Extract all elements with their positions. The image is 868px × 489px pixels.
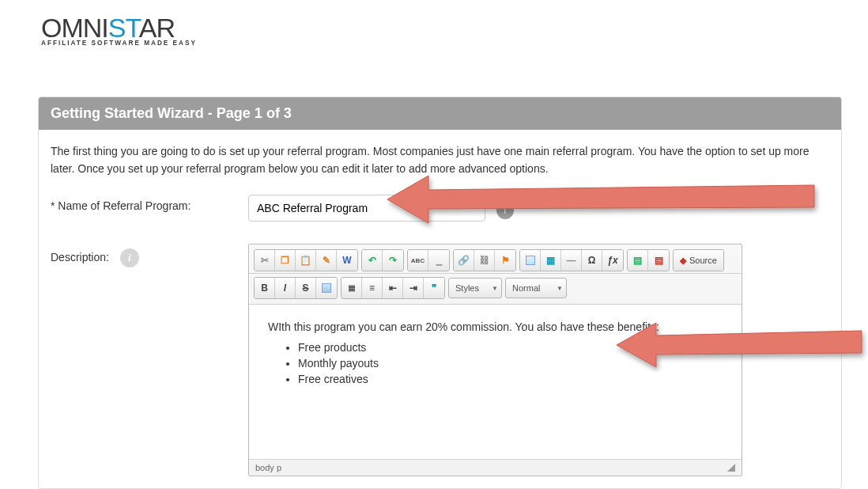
source-button[interactable]: ◆ Source — [674, 250, 723, 271]
tb-group-colors: ▤ ▤ — [627, 249, 670, 271]
copy-icon[interactable]: ❐ — [275, 250, 296, 271]
list-item: Monthly payouts — [298, 357, 723, 370]
unlink-icon[interactable]: ⛓ — [474, 250, 495, 271]
outdent-button[interactable]: ⇤ — [383, 278, 403, 298]
specialchar-icon[interactable]: Ω — [582, 250, 602, 271]
editor-toolbar-row1: ✂ ❐ 📋 ✎ W ↶ ↷ ABC — [249, 244, 742, 274]
paste-word-icon[interactable]: W — [337, 250, 357, 271]
intro-text: The first thing you are going to do is s… — [51, 143, 829, 177]
bold-button[interactable]: B — [255, 278, 275, 298]
blockquote-button[interactable]: ❞ — [424, 278, 444, 298]
logo-part-st: ST — [108, 13, 139, 43]
numbered-list-button[interactable]: ≡ — [362, 278, 383, 298]
hr-icon[interactable]: — — [561, 250, 582, 271]
editor-toolbar-row2: B I S ≣ ≡ ⇤ ⇥ ❞ — [249, 274, 742, 305]
program-name-help-icon[interactable]: i — [496, 202, 514, 219]
tb-group-basic: B I S — [254, 277, 338, 299]
chevron-down-icon: ▼ — [557, 285, 563, 292]
format-dropdown[interactable]: Normal ▼ — [505, 278, 567, 298]
wizard-panel: Getting Started Wizard - Page 1 of 3 The… — [38, 97, 842, 489]
anchor-icon[interactable]: ⚑ — [495, 250, 515, 271]
editor-bullet-list: Free products Monthly payouts Free creat… — [298, 341, 723, 385]
cut-icon[interactable]: ✂ — [255, 250, 275, 271]
tb-group-undo: ↶ ↷ — [361, 249, 404, 271]
undo-icon[interactable]: ↶ — [362, 250, 383, 271]
redo-icon[interactable]: ↷ — [383, 250, 403, 271]
logo-part-omni: OMNI — [41, 13, 108, 43]
wysiwyg-editor: ✂ ❐ 📋 ✎ W ↶ ↷ ABC — [248, 244, 742, 476]
textcolor-icon[interactable]: ▤ — [628, 250, 648, 271]
list-item: Free creatives — [298, 373, 723, 385]
row-description: Description: i ✂ ❐ 📋 ✎ W — [51, 244, 829, 476]
label-program-name: * Name of Referral Program: — [51, 195, 248, 212]
tb-group-links: 🔗 ⛓ ⚑ — [453, 249, 516, 271]
logo-part-ar: AR — [139, 13, 175, 43]
editor-content-area[interactable]: WIth this program you can earn 20% commi… — [249, 305, 742, 459]
label-description-text: Description: — [51, 251, 109, 263]
brand-tagline: AFFILIATE SOFTWARE MADE EASY — [41, 40, 197, 47]
control-description: ✂ ❐ 📋 ✎ W ↶ ↷ ABC — [248, 244, 829, 476]
editor-resize-handle[interactable] — [727, 464, 735, 472]
label-description: Description: i — [51, 244, 248, 267]
tb-group-clipboard: ✂ ❐ 📋 ✎ W — [254, 249, 358, 271]
tb-group-list: ≣ ≡ ⇤ ⇥ ❞ — [341, 277, 445, 299]
strike-button[interactable]: S — [296, 278, 316, 298]
tb-group-insert: ▦ — Ω ƒx — [519, 249, 624, 271]
panel-body: The first thing you are going to do is s… — [39, 130, 841, 488]
app-root: OMNISTAR AFFILIATE SOFTWARE MADE EASY Ge… — [0, 0, 868, 489]
spellcheck-icon[interactable]: ABC — [408, 250, 428, 271]
paste-icon[interactable]: 📋 — [296, 250, 316, 271]
editor-elements-path[interactable]: body p — [255, 463, 281, 472]
paste-text-icon[interactable]: ✎ — [316, 250, 337, 271]
panel-title: Getting Started Wizard - Page 1 of 3 — [39, 97, 841, 130]
scayt-icon[interactable]: ⎯ — [428, 250, 449, 271]
image-icon[interactable] — [520, 250, 541, 271]
description-help-icon[interactable]: i — [120, 248, 139, 267]
tb-group-source: ◆ Source — [673, 249, 724, 271]
editor-statusbar: body p — [249, 459, 742, 476]
chevron-down-icon: ▼ — [492, 285, 498, 292]
italic-button[interactable]: I — [275, 278, 296, 298]
styles-dropdown[interactable]: Styles ▼ — [448, 278, 502, 298]
link-icon[interactable]: 🔗 — [454, 250, 474, 271]
brand-logo: OMNISTAR AFFILIATE SOFTWARE MADE EASY — [41, 14, 197, 47]
bgcolor-icon[interactable]: ▤ — [648, 250, 669, 271]
format-dropdown-label: Normal — [512, 283, 540, 293]
list-item: Free products — [298, 341, 723, 354]
tb-group-spell: ABC ⎯ — [407, 249, 450, 271]
editor-paragraph: WIth this program you can earn 20% commi… — [268, 320, 723, 333]
program-name-input[interactable] — [248, 195, 485, 222]
row-program-name: * Name of Referral Program: i — [51, 195, 829, 222]
styles-dropdown-label: Styles — [455, 283, 479, 293]
table-icon[interactable]: ▦ — [541, 250, 561, 271]
remove-format-button[interactable] — [316, 278, 337, 298]
bulleted-list-button[interactable]: ≣ — [342, 278, 362, 298]
math-icon[interactable]: ƒx — [602, 250, 623, 271]
indent-button[interactable]: ⇥ — [403, 278, 424, 298]
control-program-name: i — [248, 195, 829, 222]
source-button-label: Source — [689, 256, 717, 265]
brand-logo-text: OMNISTAR — [41, 14, 197, 41]
